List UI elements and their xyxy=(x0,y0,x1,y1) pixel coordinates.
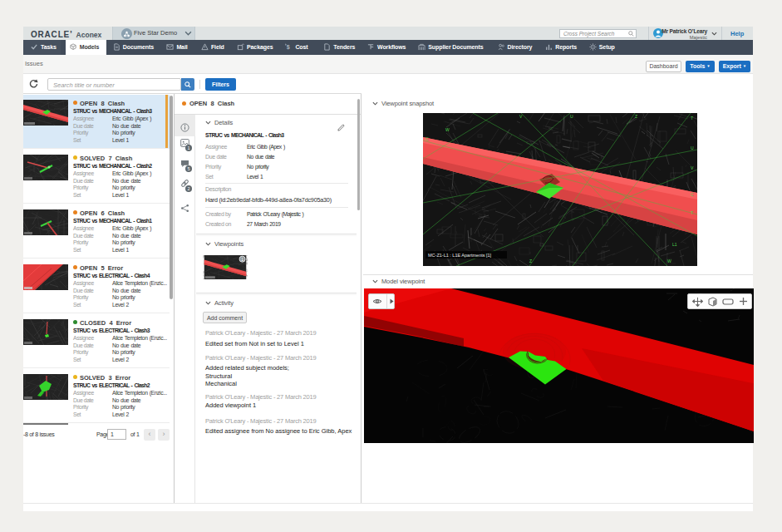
svg-text:C: C xyxy=(425,136,429,141)
svg-text:$: $ xyxy=(287,43,290,51)
svg-text:Z: Z xyxy=(529,259,532,264)
svg-text:U: U xyxy=(570,114,573,119)
svg-text:T: T xyxy=(691,116,693,121)
svg-text:Z: Z xyxy=(635,114,637,119)
svg-text:U: U xyxy=(691,145,694,150)
svg-text:W: W xyxy=(445,127,450,132)
svg-text:1: 1 xyxy=(241,258,243,262)
svg-text:C: C xyxy=(691,192,694,197)
svg-text:T: T xyxy=(691,210,693,215)
svg-text:W: W xyxy=(667,259,671,264)
svg-text:L1: L1 xyxy=(672,242,677,247)
svg-text:MC-Z1-L1 : L1E Apartments [1]: MC-Z1-L1 : L1E Apartments [1] xyxy=(428,253,492,258)
